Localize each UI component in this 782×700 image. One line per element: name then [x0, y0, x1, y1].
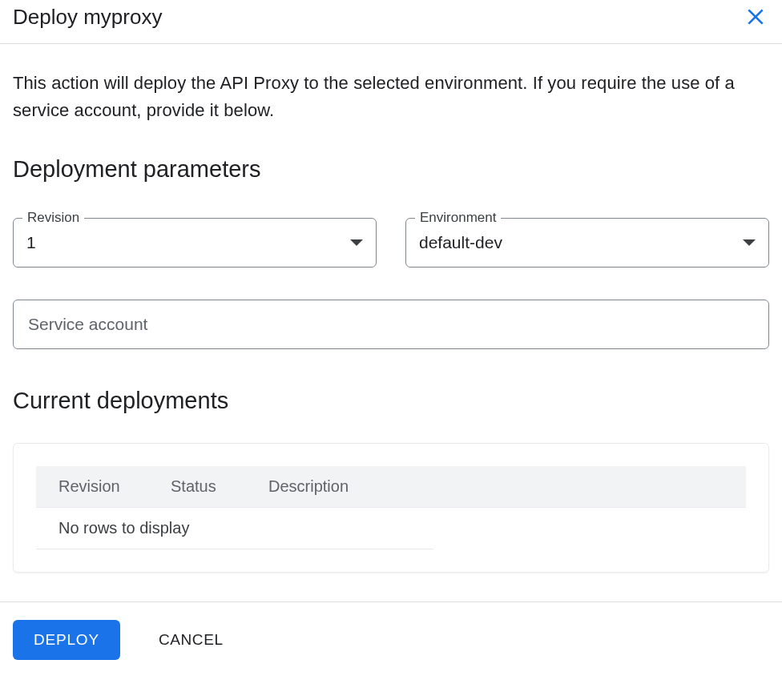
revision-value: 1: [26, 233, 344, 252]
service-account-input-wrapper[interactable]: [13, 300, 769, 349]
column-header-description: Description: [268, 477, 724, 496]
dialog-description: This action will deploy the API Proxy to…: [13, 70, 769, 124]
revision-field: Revision 1: [13, 218, 377, 268]
close-button[interactable]: [742, 3, 769, 30]
environment-value: default-dev: [419, 233, 736, 252]
dialog-content: This action will deploy the API Proxy to…: [0, 44, 782, 601]
dialog-header: Deploy myproxy: [0, 0, 782, 44]
column-header-revision: Revision: [58, 477, 171, 496]
revision-label: Revision: [22, 210, 84, 226]
dialog-footer: DEPLOY CANCEL: [0, 601, 782, 678]
parameters-row: Revision 1 Environment default-dev: [13, 218, 769, 268]
service-account-field: [13, 300, 769, 349]
chevron-down-icon: [743, 239, 756, 246]
deploy-button[interactable]: DEPLOY: [13, 620, 120, 660]
current-deployments-card: Revision Status Description No rows to d…: [13, 443, 769, 573]
cancel-button[interactable]: CANCEL: [152, 620, 230, 660]
current-deployments-heading: Current deployments: [13, 388, 769, 414]
chevron-down-icon: [350, 239, 363, 246]
close-icon: [745, 6, 766, 27]
deployment-parameters-heading: Deployment parameters: [13, 156, 769, 183]
deployments-table-header: Revision Status Description: [36, 466, 746, 508]
dialog-title: Deploy myproxy: [13, 5, 162, 30]
deployments-empty-row: No rows to display: [36, 508, 433, 549]
deploy-dialog: Deploy myproxy This action will deploy t…: [0, 0, 782, 678]
column-header-status: Status: [171, 477, 268, 496]
service-account-input[interactable]: [26, 314, 756, 335]
environment-label: Environment: [415, 210, 501, 226]
environment-field: Environment default-dev: [405, 218, 769, 268]
